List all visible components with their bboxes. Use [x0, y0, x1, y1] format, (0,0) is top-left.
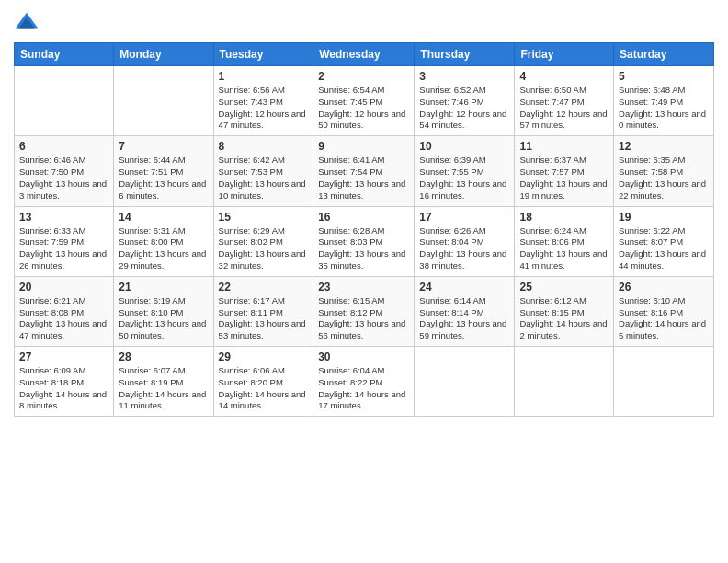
day-info: Sunrise: 6:12 AM Sunset: 8:15 PM Dayligh…: [519, 295, 609, 342]
day-info: Sunrise: 6:41 AM Sunset: 7:54 PM Dayligh…: [318, 155, 409, 201]
day-info: Sunrise: 6:19 AM Sunset: 8:10 PM Dayligh…: [119, 295, 208, 342]
day-number: 11: [519, 140, 609, 153]
calendar-cell: [515, 347, 614, 417]
header-saturday: Saturday: [614, 43, 714, 66]
calendar-cell: 19Sunrise: 6:22 AM Sunset: 8:07 PM Dayli…: [614, 206, 714, 276]
day-info: Sunrise: 6:17 AM Sunset: 8:11 PM Dayligh…: [219, 295, 309, 342]
day-number: 9: [318, 140, 409, 153]
day-info: Sunrise: 6:46 AM Sunset: 7:50 PM Dayligh…: [19, 155, 108, 201]
calendar-cell: 26Sunrise: 6:10 AM Sunset: 8:16 PM Dayli…: [614, 276, 714, 346]
day-number: 8: [219, 140, 309, 153]
day-number: 5: [619, 70, 709, 83]
day-number: 29: [219, 350, 309, 363]
day-info: Sunrise: 6:33 AM Sunset: 7:59 PM Dayligh…: [19, 225, 108, 272]
day-info: Sunrise: 6:09 AM Sunset: 8:18 PM Dayligh…: [19, 365, 108, 412]
header-friday: Friday: [515, 43, 614, 66]
header-tuesday: Tuesday: [213, 43, 313, 66]
day-info: Sunrise: 6:22 AM Sunset: 8:07 PM Dayligh…: [619, 225, 709, 272]
calendar-cell: [614, 347, 714, 417]
day-number: 13: [19, 211, 108, 224]
day-info: Sunrise: 6:37 AM Sunset: 7:57 PM Dayligh…: [519, 155, 609, 201]
calendar-week-row: 13Sunrise: 6:33 AM Sunset: 7:59 PM Dayli…: [15, 206, 714, 276]
day-number: 20: [19, 281, 108, 293]
day-number: 2: [318, 70, 409, 83]
calendar-cell: 24Sunrise: 6:14 AM Sunset: 8:14 PM Dayli…: [415, 276, 515, 346]
day-info: Sunrise: 6:48 AM Sunset: 7:49 PM Dayligh…: [619, 85, 709, 132]
calendar-cell: 8Sunrise: 6:42 AM Sunset: 7:53 PM Daylig…: [213, 136, 313, 206]
day-number: 30: [318, 350, 409, 363]
day-number: 7: [119, 140, 208, 153]
day-number: 14: [119, 211, 208, 224]
day-number: 22: [219, 281, 309, 293]
day-number: 10: [419, 140, 509, 153]
calendar-week-row: 27Sunrise: 6:09 AM Sunset: 8:18 PM Dayli…: [15, 347, 714, 417]
calendar-cell: 9Sunrise: 6:41 AM Sunset: 7:54 PM Daylig…: [313, 136, 415, 206]
header-monday: Monday: [114, 43, 213, 66]
day-info: Sunrise: 6:26 AM Sunset: 8:04 PM Dayligh…: [419, 225, 509, 272]
day-info: Sunrise: 6:06 AM Sunset: 8:20 PM Dayligh…: [219, 365, 309, 412]
calendar-cell: 5Sunrise: 6:48 AM Sunset: 7:49 PM Daylig…: [614, 66, 714, 136]
calendar-cell: 17Sunrise: 6:26 AM Sunset: 8:04 PM Dayli…: [415, 206, 515, 276]
calendar-cell: 2Sunrise: 6:54 AM Sunset: 7:45 PM Daylig…: [313, 66, 415, 136]
day-info: Sunrise: 6:04 AM Sunset: 8:22 PM Dayligh…: [318, 365, 409, 412]
calendar-cell: 1Sunrise: 6:56 AM Sunset: 7:43 PM Daylig…: [213, 66, 313, 136]
day-info: Sunrise: 6:07 AM Sunset: 8:19 PM Dayligh…: [119, 365, 208, 412]
logo: [14, 9, 43, 35]
calendar-table: SundayMondayTuesdayWednesdayThursdayFrid…: [14, 42, 714, 417]
day-number: 16: [318, 211, 409, 224]
calendar-cell: 30Sunrise: 6:04 AM Sunset: 8:22 PM Dayli…: [313, 347, 415, 417]
calendar-cell: 13Sunrise: 6:33 AM Sunset: 7:59 PM Dayli…: [15, 206, 114, 276]
calendar-cell: 22Sunrise: 6:17 AM Sunset: 8:11 PM Dayli…: [213, 276, 313, 346]
day-number: 19: [619, 211, 709, 224]
day-info: Sunrise: 6:35 AM Sunset: 7:58 PM Dayligh…: [619, 155, 709, 201]
day-info: Sunrise: 6:29 AM Sunset: 8:02 PM Dayligh…: [219, 225, 309, 272]
day-info: Sunrise: 6:42 AM Sunset: 7:53 PM Dayligh…: [219, 155, 309, 201]
calendar-week-row: 1Sunrise: 6:56 AM Sunset: 7:43 PM Daylig…: [15, 66, 714, 136]
calendar-cell: 7Sunrise: 6:44 AM Sunset: 7:51 PM Daylig…: [114, 136, 213, 206]
day-info: Sunrise: 6:39 AM Sunset: 7:55 PM Dayligh…: [419, 155, 509, 201]
day-info: Sunrise: 6:56 AM Sunset: 7:43 PM Dayligh…: [219, 85, 309, 132]
day-number: 26: [619, 281, 709, 293]
calendar-cell: 20Sunrise: 6:21 AM Sunset: 8:08 PM Dayli…: [15, 276, 114, 346]
day-info: Sunrise: 6:14 AM Sunset: 8:14 PM Dayligh…: [419, 295, 509, 342]
calendar-week-row: 6Sunrise: 6:46 AM Sunset: 7:50 PM Daylig…: [15, 136, 714, 206]
day-info: Sunrise: 6:31 AM Sunset: 8:00 PM Dayligh…: [119, 225, 208, 272]
calendar-cell: 27Sunrise: 6:09 AM Sunset: 8:18 PM Dayli…: [15, 347, 114, 417]
header-thursday: Thursday: [415, 43, 515, 66]
day-number: 4: [519, 70, 609, 83]
calendar-cell: 28Sunrise: 6:07 AM Sunset: 8:19 PM Dayli…: [114, 347, 213, 417]
day-number: 24: [419, 281, 509, 293]
day-number: 12: [619, 140, 709, 153]
day-number: 1: [219, 70, 309, 83]
calendar-cell: 14Sunrise: 6:31 AM Sunset: 8:00 PM Dayli…: [114, 206, 213, 276]
calendar-cell: 4Sunrise: 6:50 AM Sunset: 7:47 PM Daylig…: [515, 66, 614, 136]
day-number: 28: [119, 350, 208, 363]
day-number: 17: [419, 211, 509, 224]
calendar-cell: 29Sunrise: 6:06 AM Sunset: 8:20 PM Dayli…: [213, 347, 313, 417]
day-number: 6: [19, 140, 108, 153]
calendar-cell: [15, 66, 114, 136]
header-wednesday: Wednesday: [313, 43, 415, 66]
day-info: Sunrise: 6:50 AM Sunset: 7:47 PM Dayligh…: [519, 85, 609, 132]
day-info: Sunrise: 6:52 AM Sunset: 7:46 PM Dayligh…: [419, 85, 509, 132]
calendar-cell: 12Sunrise: 6:35 AM Sunset: 7:58 PM Dayli…: [614, 136, 714, 206]
calendar-cell: 10Sunrise: 6:39 AM Sunset: 7:55 PM Dayli…: [415, 136, 515, 206]
calendar-cell: 23Sunrise: 6:15 AM Sunset: 8:12 PM Dayli…: [313, 276, 415, 346]
day-number: 25: [519, 281, 609, 293]
calendar-cell: 11Sunrise: 6:37 AM Sunset: 7:57 PM Dayli…: [515, 136, 614, 206]
day-info: Sunrise: 6:28 AM Sunset: 8:03 PM Dayligh…: [318, 225, 409, 272]
day-info: Sunrise: 6:54 AM Sunset: 7:45 PM Dayligh…: [318, 85, 409, 132]
calendar-cell: 25Sunrise: 6:12 AM Sunset: 8:15 PM Dayli…: [515, 276, 614, 346]
day-number: 23: [318, 281, 409, 293]
calendar-cell: 3Sunrise: 6:52 AM Sunset: 7:46 PM Daylig…: [415, 66, 515, 136]
day-info: Sunrise: 6:21 AM Sunset: 8:08 PM Dayligh…: [19, 295, 108, 342]
day-number: 21: [119, 281, 208, 293]
day-number: 27: [19, 350, 108, 363]
calendar-cell: 6Sunrise: 6:46 AM Sunset: 7:50 PM Daylig…: [15, 136, 114, 206]
calendar-cell: [415, 347, 515, 417]
calendar-cell: 21Sunrise: 6:19 AM Sunset: 8:10 PM Dayli…: [114, 276, 213, 346]
day-number: 3: [419, 70, 509, 83]
calendar-week-row: 20Sunrise: 6:21 AM Sunset: 8:08 PM Dayli…: [15, 276, 714, 346]
day-info: Sunrise: 6:15 AM Sunset: 8:12 PM Dayligh…: [318, 295, 409, 342]
day-info: Sunrise: 6:44 AM Sunset: 7:51 PM Dayligh…: [119, 155, 208, 201]
